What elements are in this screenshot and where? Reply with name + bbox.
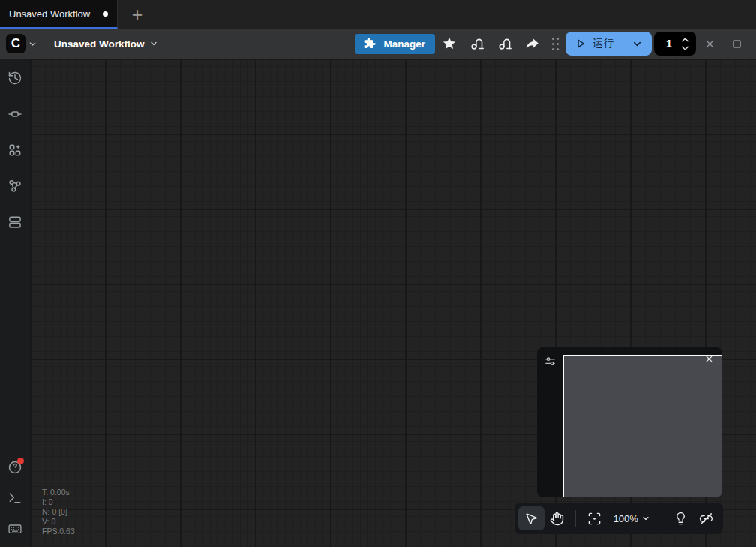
workflow-tab-bar: Unsaved Workflow + [0,0,756,29]
link-off-icon [699,512,713,526]
vacuum-icon [470,36,484,51]
batch-increment-button[interactable] [681,37,689,43]
zoom-level-dropdown[interactable]: 100% [608,513,656,524]
keyboard-icon [8,521,22,536]
model-library-icon [8,143,22,158]
workflow-name-dropdown[interactable]: Unsaved Workflow [54,38,158,50]
node-icon [8,107,22,122]
minimap-panel [537,347,722,497]
unsaved-changes-dot-icon [103,11,108,17]
close-icon [704,354,714,364]
batch-stepper-buttons [681,37,689,51]
fit-view-button[interactable] [581,506,608,530]
minimap-viewport[interactable] [562,355,722,497]
history-icon [8,71,22,86]
node-graph-canvas[interactable]: T: 0.00s I: 0 N: 0 [0] V: 0 FPS:0.63 [30,59,756,547]
toggle-theme-button[interactable] [668,506,694,530]
workflow-name-label: Unsaved Workflow [54,38,145,50]
cancel-run-button[interactable] [696,32,723,55]
fit-view-icon [587,512,602,526]
stop-square-icon [730,38,743,50]
zoom-level-value: 100% [614,513,638,524]
toggle-link-visibility-button[interactable] [693,506,719,530]
stat-time: T: 0.00s [42,488,75,497]
sliders-icon [544,355,556,368]
vacuum-icon [497,36,512,51]
star-icon [442,36,457,51]
toolbar-divider [575,510,576,527]
sidebar-node-map-button[interactable] [0,171,30,201]
manager-button-label: Manager [383,38,425,50]
terminal-icon [8,491,22,506]
workflows-icon [8,215,22,230]
stop-button[interactable] [723,32,750,55]
cursor-icon [524,512,538,526]
run-button-label: 运行 [592,37,614,50]
sidebar-terminal-button[interactable] [0,483,30,513]
batch-decrement-button[interactable] [681,45,689,51]
sidebar-queue-button[interactable] [0,63,30,93]
comfyui-app: Unsaved Workflow + C Unsaved Workflow Ma… [0,0,756,547]
play-icon [574,38,586,50]
minimap-settings-button[interactable] [544,355,556,368]
sidebar-shortcuts-button[interactable] [0,514,30,544]
batch-count-value: 1 [665,38,673,50]
run-button[interactable]: 运行 [566,32,652,56]
new-workflow-tab-button[interactable]: + [122,0,152,29]
share-arrow-icon [525,36,540,51]
sidebar-help-button[interactable] [0,452,30,482]
sidebar-model-library-button[interactable] [0,135,30,165]
tab-unsaved-workflow[interactable]: Unsaved Workflow [0,0,118,29]
comfyui-logo[interactable]: C [6,34,26,53]
run-options-chevron-icon[interactable] [632,38,643,50]
chevron-down-icon [149,39,158,48]
workflow-star-button[interactable] [435,32,463,55]
toolbar-divider [662,510,662,527]
left-sidebar [0,59,30,547]
stat-vertices: V: 0 [42,517,75,527]
select-tool-button[interactable] [518,506,544,530]
stat-nodes: N: 0 [0] [42,507,75,517]
chevron-up-icon [681,37,689,43]
unload-models-button[interactable] [463,32,490,55]
free-memory-button[interactable] [490,32,518,55]
chevron-down-icon [681,45,689,51]
sidebar-node-library-button[interactable] [0,99,30,129]
canvas-stats: T: 0.00s I: 0 N: 0 [0] V: 0 FPS:0.63 [42,488,75,536]
share-workflow-button[interactable] [518,32,546,55]
batch-count-stepper[interactable]: 1 [654,32,696,56]
sidebar-workflows-button[interactable] [0,207,30,237]
manager-button[interactable]: Manager [355,34,435,54]
hand-icon [550,512,564,526]
tab-title: Unsaved Workflow [9,8,97,20]
canvas-toolbar: 100% [514,503,723,534]
notification-badge [17,458,24,464]
main-menu-chevron-icon[interactable] [28,39,38,49]
menu-bar: C Unsaved Workflow Manager [0,29,756,59]
minimap-close-button[interactable] [704,354,714,364]
lightbulb-icon [674,512,688,526]
stat-fps: FPS:0.63 [42,527,75,536]
close-icon [704,38,716,50]
toolbar-drag-handle[interactable] [550,36,560,52]
pan-tool-button[interactable] [544,506,571,530]
puzzle-icon [364,38,376,50]
menu-bar-right-group: Manager 运行 [355,32,750,56]
stat-iterations: I: 0 [42,497,75,507]
chevron-down-icon [641,514,650,523]
node-map-icon [8,179,22,194]
